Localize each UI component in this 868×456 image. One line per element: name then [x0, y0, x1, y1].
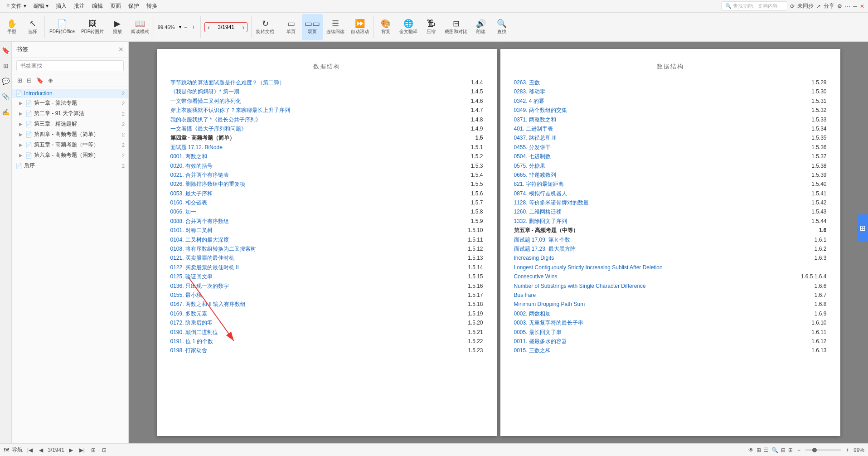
menu-page[interactable]: 页面 [107, 1, 124, 11]
toc-cell-text[interactable]: 穿上衣服我就不认识你了？来聊聊最长上升子序列 [170, 106, 441, 115]
sidebar-tool-3[interactable]: 🔖 [35, 76, 44, 85]
share-btn[interactable]: ↗ [816, 3, 821, 10]
sidebar-tool-4[interactable]: ⊕ [47, 76, 54, 85]
tool-play[interactable]: ▶ 播放 [107, 14, 127, 40]
tool-single-page[interactable]: ▭ 单页 [281, 14, 301, 40]
sidebar-close-btn[interactable]: ✕ [118, 46, 124, 53]
toc-cell-text[interactable]: 0191. 位 1 的个数 [170, 337, 441, 346]
more-icon[interactable]: ⋯ [845, 3, 850, 10]
toc-cell-text[interactable]: 0003. 无重复字符的最长子串 [514, 318, 775, 327]
page-prev-btn[interactable]: ‹ [207, 24, 211, 31]
toc-cell-text[interactable]: 0371. 两整数之和 [514, 115, 775, 124]
toc-cell-text[interactable]: 0190. 颠倒二进制位 [170, 328, 441, 337]
toc-cell-text[interactable]: 0455. 分发饼干 [514, 143, 775, 152]
toc-cell-text[interactable]: 0169. 多数元素 [170, 309, 441, 318]
toc-cell-text[interactable]: 1128. 等价多米诺骨牌对的数量 [514, 198, 775, 207]
tool-auto[interactable]: ⏩ 自动滚动 [348, 14, 372, 40]
search-placeholder-top[interactable]: 🔍 查找功能、文档内容 [721, 1, 787, 11]
toc-cell-text[interactable]: 0053. 最大子序和 [170, 189, 441, 198]
toc-cell-text[interactable]: 0125. 验证回文串 [170, 272, 441, 281]
fit-width-btn[interactable]: ⊞ [89, 446, 97, 454]
toc-cell-text[interactable]: Bus Fare [514, 291, 775, 300]
zoom-out-btn[interactable]: − [182, 23, 189, 31]
tool-read[interactable]: 🔊 朗读 [471, 14, 491, 40]
tool-hand[interactable]: ✋ 手型 [2, 14, 22, 40]
toc-cell-text[interactable]: 1332. 删除回文子序列 [514, 217, 775, 226]
menu-insert[interactable]: 插入 [53, 1, 69, 11]
toc-cell-text[interactable]: 0342. 4 的幂 [514, 97, 775, 106]
fit-page-btn[interactable]: ⊡ [100, 446, 108, 454]
zoom-out-status-btn[interactable]: − [795, 446, 802, 454]
last-page-btn[interactable]: ▶| [78, 446, 87, 454]
thumbnail-strip-icon[interactable]: ⊞ [2, 61, 10, 71]
menu-protect[interactable]: 保护 [126, 1, 142, 11]
tool-pdf-office[interactable]: 📄 PDF转Office [47, 14, 78, 40]
sync-btn[interactable]: ⟳ [790, 3, 795, 10]
close-icon[interactable]: ✕ [860, 3, 864, 10]
toc-cell-text[interactable]: Longest Contiguously Strictly Increasing… [514, 263, 775, 272]
sidebar-item-ch5[interactable]: ▶ 📄 第五章 - 高频考题（中等） 2 [12, 140, 128, 150]
settings-icon[interactable]: ⚙ [837, 3, 842, 10]
toc-cell-text[interactable]: Increasing Digits [514, 253, 775, 262]
sidebar-item-ch1[interactable]: ▶ 📄 第一章 - 算法专题 2 [12, 98, 128, 108]
toc-cell-text[interactable]: 0575. 分糖果 [514, 161, 775, 170]
sidebar-search-input[interactable] [16, 60, 124, 71]
comment-strip-icon[interactable]: 💬 [0, 76, 11, 86]
menu-edit2[interactable]: 编辑 [89, 1, 106, 11]
tool-search[interactable]: 🔍 查找 [492, 14, 512, 40]
sidebar-item-ch4[interactable]: ▶ 📄 第四章 - 高频考题（简单） 2 [12, 129, 128, 140]
toc-cell-text[interactable]: 一文看懂《最大子序列和问题》 [170, 124, 441, 133]
toc-cell-text[interactable]: 1260. 二维网格迁移 [514, 207, 775, 216]
first-page-btn[interactable]: |◀ [25, 446, 34, 454]
sidebar-item-ch2[interactable]: ▶ 📄 第二章 - 91 天学算法 2 [12, 108, 128, 119]
bookmark-strip-icon[interactable]: 🔖 [0, 45, 11, 55]
toc-cell-text[interactable]: 0504. 七进制数 [514, 152, 775, 161]
tool-compress[interactable]: 🗜 压缩 [421, 14, 441, 40]
toc-cell-text[interactable]: 0263. 丑数 [514, 78, 775, 87]
menu-convert[interactable]: 转换 [144, 1, 160, 11]
sidebar-item-introduction[interactable]: 📄 Introduction 2 [12, 89, 128, 98]
toc-cell-text[interactable]: 0005. 最长回文子串 [514, 328, 775, 337]
toc-cell-text[interactable]: 0020. 有效的括号 [170, 161, 441, 170]
toc-cell-text[interactable]: 面试题 17.23. 最大黑方阵 [514, 244, 775, 253]
toc-cell-text[interactable]: 0088. 合并两个有序数组 [170, 217, 441, 226]
page-input[interactable] [213, 24, 240, 30]
minimize-icon[interactable]: ─ [853, 3, 857, 10]
toc-cell-text[interactable]: 401. 二进制手表 [514, 124, 775, 133]
toc-cell-text[interactable]: 0121. 买卖股票的最佳时机 [170, 253, 441, 262]
tool-pdf-img[interactable]: 🖼 PDF转图片 [78, 14, 107, 40]
toc-cell-text[interactable]: 0066. 加一 [170, 207, 441, 216]
toc-cell-text[interactable]: 0155. 最小栈 [170, 291, 441, 300]
sidebar-item-epilogue[interactable]: 📄 后序 2 [12, 160, 128, 171]
toc-cell-text[interactable]: Number of Substrings with Single Charact… [514, 281, 775, 291]
zoom-slider[interactable] [805, 449, 841, 451]
sidebar-item-ch6[interactable]: ▶ 📄 第六章 - 高频考题（困难） 2 [12, 150, 128, 160]
tool-translate[interactable]: 🌐 全文翻译 [397, 14, 420, 40]
sidebar-tool-1[interactable]: ⊞ [16, 76, 23, 85]
toc-cell-text[interactable]: 0021. 合并两个有序链表 [170, 170, 441, 179]
zoom-dropdown-icon[interactable]: ▾ [179, 24, 181, 29]
tool-read-mode[interactable]: 📖 阅读模式 [128, 14, 152, 40]
menu-file[interactable]: ≡ 文件 ▾ [4, 1, 29, 11]
sidebar-item-ch3[interactable]: ▶ 📄 第三章 - 精选题解 2 [12, 119, 128, 129]
tool-continuous[interactable]: ☰ 连续阅读 [324, 14, 347, 40]
tool-bg[interactable]: 🎨 背景 [376, 14, 396, 40]
zoom-in-btn[interactable]: + [190, 23, 197, 31]
toc-cell-text[interactable]: Minimum Dropping Path Sum [514, 300, 775, 309]
toc-cell-text[interactable]: 0198. 打家劫舍 [170, 346, 441, 355]
right-float-btn[interactable]: ⊞ [857, 214, 868, 242]
tool-select[interactable]: ↖ 选择 [23, 14, 43, 40]
toc-cell-text[interactable]: 0104. 二叉树的最大深度 [170, 235, 441, 244]
toc-cell-text[interactable]: 0122. 买卖股票的最佳时机 II [170, 263, 441, 272]
toc-cell-text[interactable]: 0167. 两数之和 II 输入有序数组 [170, 300, 441, 309]
toc-cell-text[interactable]: 0283. 移动零 [514, 87, 775, 96]
toc-cell-text[interactable]: 字节跳动的算法面试题是什么难度？（第二弹） [170, 78, 441, 87]
toc-cell-text[interactable]: 一文带你看懂二叉树的序列化 [170, 97, 441, 106]
toc-cell-text[interactable]: Consecutive Wins [514, 272, 775, 281]
tool-compare[interactable]: ⊟ 截图和对比 [442, 14, 470, 40]
menu-comment[interactable]: 批注 [71, 1, 87, 11]
toc-cell-text[interactable]: 821. 字符的最短距离 [514, 179, 775, 189]
prev-page-btn[interactable]: ◀ [37, 446, 45, 454]
toc-cell-text[interactable]: 0172. 阶乘后的零 [170, 318, 441, 327]
toc-cell-text[interactable]: 0011. 盛最多水的容器 [514, 337, 775, 346]
